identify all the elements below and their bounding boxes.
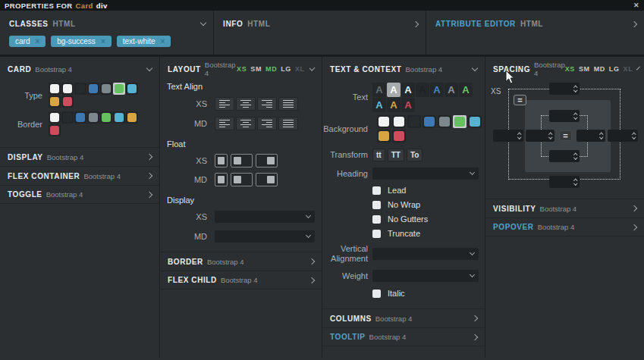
card-type-swatch[interactable] (49, 95, 61, 108)
text-color-button[interactable]: A (401, 83, 415, 97)
background-swatch[interactable] (392, 115, 406, 128)
popover-section-header[interactable]: POPOVER Bootstrap 4 (485, 218, 644, 236)
padding-link-button[interactable]: = (559, 130, 572, 141)
text-color-button[interactable]: A (372, 98, 386, 112)
chevron-right-icon[interactable] (631, 20, 637, 27)
background-swatch[interactable] (407, 115, 421, 128)
display-section-header[interactable]: DISPLAY Bootstrap 4 (0, 147, 159, 166)
card-type-swatch[interactable] (61, 83, 74, 95)
card-type-swatch[interactable] (126, 83, 138, 95)
chevron-down-icon[interactable] (146, 64, 152, 70)
margin-left-stepper[interactable] (493, 130, 523, 142)
align-right-button[interactable] (257, 117, 277, 130)
checkbox[interactable] (372, 215, 381, 224)
remove-class-icon[interactable]: × (101, 37, 105, 45)
card-border-swatch[interactable] (49, 111, 61, 124)
align-left-button[interactable] (215, 117, 234, 130)
stepper-arrows[interactable] (600, 133, 603, 139)
breakpoint-toggle[interactable]: MD (594, 65, 605, 73)
card-type-swatch[interactable] (113, 83, 125, 95)
padding-right-stepper[interactable] (576, 130, 605, 142)
chevron-right-icon[interactable] (146, 173, 152, 179)
stepper-arrows[interactable] (518, 133, 521, 139)
card-border-swatch[interactable] (113, 111, 125, 124)
card-type-swatch[interactable] (74, 83, 86, 95)
chevron-right-icon[interactable] (309, 277, 315, 283)
text-color-button[interactable]: A (372, 83, 386, 97)
card-border-swatch[interactable] (100, 111, 112, 124)
breakpoint-toggle[interactable]: SM (579, 65, 590, 73)
card-border-swatch[interactable] (87, 111, 99, 124)
float-none-button[interactable] (215, 173, 228, 186)
text-color-button[interactable]: A (416, 83, 429, 97)
border-section-header[interactable]: BORDER Bootstrap 4 (160, 252, 322, 271)
background-swatch[interactable] (392, 130, 406, 142)
background-swatch[interactable] (438, 115, 451, 128)
text-color-button[interactable]: A (445, 83, 458, 97)
breakpoint-toggle[interactable]: SM (250, 65, 262, 73)
align-right-button[interactable] (257, 97, 277, 111)
close-icon[interactable]: ✕ (633, 2, 639, 9)
transform-option-button[interactable]: To (407, 149, 423, 161)
breakpoint-toggle[interactable]: LG (609, 65, 620, 73)
stepper-arrows[interactable] (549, 133, 552, 139)
background-swatch[interactable] (453, 115, 467, 128)
checkbox[interactable] (372, 186, 381, 195)
align-center-button[interactable] (236, 117, 256, 130)
align-left-button[interactable] (215, 97, 234, 111)
classes-header[interactable]: CLASSES HTML (9, 20, 206, 28)
columns-section-header[interactable]: COLUMNS Bootstrap 4 (322, 308, 485, 327)
padding-top-stepper[interactable] (549, 110, 580, 122)
card-border-swatch[interactable] (49, 124, 61, 136)
chevron-right-icon[interactable] (472, 334, 478, 340)
chevron-right-icon[interactable] (413, 20, 419, 27)
align-justify-button[interactable] (278, 117, 298, 130)
transform-option-button[interactable]: tt (372, 149, 385, 161)
stepper-arrows[interactable] (574, 114, 577, 119)
class-tag[interactable]: card × (9, 36, 46, 47)
text-color-button[interactable]: A (430, 83, 444, 97)
vertical-alignment-select[interactable] (372, 248, 479, 260)
stepper-arrows[interactable] (574, 180, 577, 185)
card-section-header[interactable]: CARD Bootstrap 4 (0, 61, 159, 77)
breakpoint-toggle[interactable]: XL (624, 65, 633, 73)
text-context-section-header[interactable]: TEXT & CONTEXT Bootstrap 4 (322, 61, 485, 77)
float-none-button[interactable] (215, 154, 228, 167)
breakpoint-toggle[interactable]: XS (237, 65, 247, 73)
stepper-arrows[interactable] (574, 86, 577, 92)
heading-select[interactable] (372, 167, 479, 180)
margin-top-stepper[interactable] (549, 83, 580, 95)
remove-class-icon[interactable]: × (161, 37, 165, 45)
breakpoint-toggle[interactable]: LG (281, 65, 291, 73)
italic-checkbox[interactable] (372, 290, 381, 298)
align-justify-button[interactable] (278, 97, 298, 111)
chevron-right-icon[interactable] (146, 191, 152, 197)
layout-section-header[interactable]: LAYOUT Bootstrap 4 XSSMMDLGXL (160, 61, 322, 77)
card-border-swatch[interactable] (61, 111, 74, 124)
background-swatch[interactable] (468, 115, 482, 128)
card-border-swatch[interactable] (74, 111, 86, 124)
align-center-button[interactable] (236, 97, 256, 111)
card-type-swatch[interactable] (61, 95, 74, 108)
card-type-swatch[interactable] (87, 83, 99, 95)
chevron-down-icon[interactable] (309, 64, 315, 70)
float-right-button[interactable] (256, 173, 278, 186)
visibility-section-header[interactable]: VISIBILITY Bootstrap 4 (485, 199, 644, 218)
transform-option-button[interactable]: TT (388, 149, 404, 161)
breakpoint-toggle[interactable]: XS (565, 65, 575, 73)
text-color-button[interactable]: A (387, 83, 401, 97)
display-xs-select[interactable] (215, 211, 315, 223)
chevron-right-icon[interactable] (146, 154, 152, 160)
chevron-right-icon[interactable] (472, 315, 478, 321)
chevron-down-icon[interactable] (200, 20, 206, 26)
class-tag[interactable]: bg-success × (51, 36, 111, 47)
chevron-right-icon[interactable] (631, 205, 637, 211)
stepper-arrows[interactable] (574, 154, 577, 159)
text-color-button[interactable]: A (401, 98, 415, 112)
card-border-swatch[interactable] (126, 111, 138, 124)
class-tag[interactable]: text-white × (117, 36, 171, 47)
text-color-button[interactable]: A (387, 98, 401, 112)
info-header[interactable]: INFO HTML (223, 20, 418, 28)
float-left-button[interactable] (231, 154, 253, 167)
tooltip-section-header[interactable]: TOOLTIP Bootstrap 4 (322, 327, 485, 346)
